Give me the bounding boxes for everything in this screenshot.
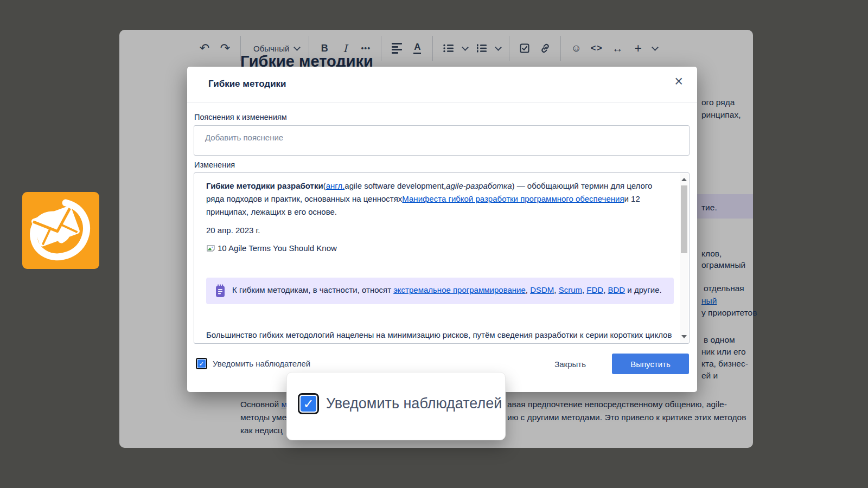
checkbox-check-icon: ✓ [301,396,316,412]
close-button[interactable]: Закрыть [551,359,589,369]
note-text: , [603,285,608,294]
note-text: и другие. [625,285,662,294]
publish-dialog: Гибкие методики × Пояснения к изменениям… [187,67,697,392]
dialog-actions: Закрыть Выпустить [551,354,689,374]
scroll-up-button[interactable] [680,175,688,184]
note-link[interactable]: Scrum [559,285,582,294]
mail-swirl-logo [22,192,99,269]
close-icon[interactable]: × [674,74,683,89]
note-text: К гибким методикам, в частности, относят [232,285,393,294]
scroll-down-button[interactable] [680,332,688,341]
doc-date: 20 апр. 2023 г. [206,224,674,237]
note-link[interactable]: DSDM [530,285,554,294]
dialog-header-divider [187,102,697,103]
checkbox-check-icon: ✓ [197,359,206,368]
broken-image-icon [206,243,216,253]
notify-watchers-row: ✓ Уведомить наблюдателей [196,358,310,369]
note-link[interactable]: FDD [586,285,603,294]
scroll-down-icon [681,335,687,338]
scrollbar[interactable] [680,174,688,343]
notify-watchers-checkbox[interactable]: ✓ [196,358,207,369]
screen: ↶ ↷ Обычный B I ••• A [0,0,868,488]
magnifier-row: ✓ Уведомить наблюдателей [287,373,505,414]
note-text: , [554,285,558,294]
clipped-paragraph: Большинство гибких методологий нацелены … [206,329,674,342]
changes-preview: Гибкие методики разработки(англ.agile so… [194,172,690,344]
scroll-up-icon [681,178,687,181]
note-link[interactable]: BDD [608,285,626,294]
changes-content: Гибкие методики разработки(англ.agile so… [194,173,680,343]
comment-label: Пояснения к изменениям [194,113,287,121]
note-link[interactable]: экстремальное программирование [393,285,526,294]
note-panel-text: К гибким методикам, в частности, относят… [232,284,662,298]
doc-link[interactable]: англ. [326,181,345,190]
doc-paragraph: Гибкие методики разработки(англ.agile so… [206,179,668,219]
scrollbar-thumb[interactable] [681,185,687,253]
notify-watchers-checkbox-large[interactable]: ✓ [298,393,319,414]
doc-link[interactable]: Манифеста гибкой разработки программного… [402,194,624,203]
broken-image-row: 10 Agile Terms You Should Know [206,242,674,255]
doc-italic-text: agile-разработка [446,181,512,190]
dialog-title: Гибкие методики [208,79,286,89]
note-panel-icon [215,284,226,298]
notify-watchers-label: Уведомить наблюдателей [213,359,310,368]
notify-watchers-label-large: Уведомить наблюдателей [326,395,502,412]
broken-image-alt-text: 10 Agile Terms You Should Know [218,242,337,255]
comment-input[interactable] [194,125,690,156]
publish-button[interactable]: Выпустить [612,354,689,374]
doc-text: agile software development, [344,181,446,190]
note-panel: К гибким методикам, в частности, относят… [206,278,674,304]
mail-swirl-icon [22,192,99,269]
magnifier-popup: ✓ Уведомить наблюдателей [286,372,506,440]
changes-label: Изменения [194,160,235,169]
note-text: , [526,285,530,294]
doc-bold-text: Гибкие методики разработки [206,181,323,190]
